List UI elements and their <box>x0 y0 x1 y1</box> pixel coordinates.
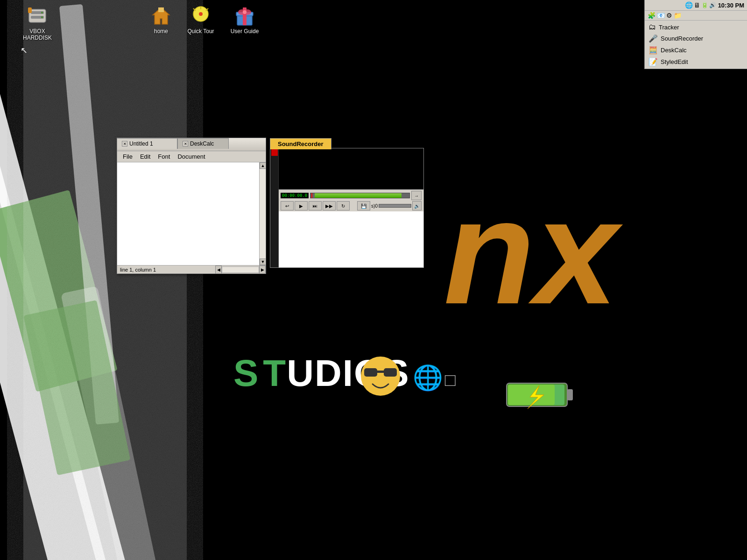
stylededit-label: StyledEdit <box>661 58 688 65</box>
desktop-icon-user-guide[interactable]: User Guide <box>226 5 263 35</box>
svg-rect-22 <box>28 7 32 13</box>
tab-close-btn-untitled1[interactable]: ✕ <box>122 141 127 147</box>
stylededit-scrollbar-v[interactable]: ▲ ▼ <box>259 162 266 265</box>
vbox-harddisk-icon <box>26 5 49 27</box>
desktop-icon-home[interactable]: home <box>142 5 180 35</box>
deskcalc-icon: 🧮 <box>648 46 658 55</box>
stylededit-content-area: ▲ ▼ <box>117 162 266 265</box>
network-tray-icon: 🌐 <box>685 1 693 9</box>
stylededit-statusbar: line 1, column 1 ◀ ▶ <box>117 265 266 273</box>
replicant-icon: 🧩 <box>648 12 655 19</box>
skip-fwd-btn[interactable]: ⏭ <box>309 201 322 210</box>
scroll-track-v <box>260 169 266 259</box>
soundrecorder-main: 00:00:00.0 → ↩ ▶ ⏭ ▶▶ ↻ <box>270 148 423 267</box>
soundrecorder-icon: 🎤 <box>648 34 658 43</box>
deskcalc-label: DeskCalc <box>661 47 687 54</box>
loop-btn[interactable]: ↻ <box>337 201 350 210</box>
studios-s1: S <box>233 352 259 395</box>
svg-point-20 <box>41 12 43 14</box>
svg-rect-15 <box>567 389 573 400</box>
waveform-display <box>279 148 423 189</box>
fwd-btn[interactable]: ▶▶ <box>323 201 336 210</box>
tab-untitled1[interactable]: ✕ Untitled 1 <box>117 138 177 149</box>
taskbar: 🌐 🖥 🔋 🔊 10:30 PM 🧩 📧 ⚙ 📁 🗂 Tracker <box>644 0 747 69</box>
svg-point-26 <box>199 12 203 16</box>
svg-rect-10 <box>384 368 397 377</box>
soundrecorder-left-strip <box>270 148 279 267</box>
stylededit-editor[interactable] <box>117 162 259 265</box>
battery-icon <box>504 376 579 415</box>
box-3d-icon: □ <box>445 370 456 390</box>
studios-d: D <box>315 352 343 395</box>
stylededit-icon: 📝 <box>648 57 658 66</box>
arrow-right-btn[interactable]: → <box>411 191 422 200</box>
save-btn[interactable]: 💾 <box>357 201 370 210</box>
rewind-btn[interactable]: ↩ <box>281 201 294 210</box>
taskbar-deskcalc[interactable]: 🧮 DeskCalc <box>645 44 747 56</box>
svg-point-21 <box>41 16 43 18</box>
time-display: 00:00:00.0 <box>281 193 309 198</box>
soundrecorder-tab-strip: SoundRecorder <box>270 138 331 149</box>
monitor-tray-icon: 🖥 <box>694 1 700 9</box>
cool-face-icon <box>359 355 402 406</box>
studios-i: I <box>343 352 354 395</box>
tab-deskcalc-label: DeskCalc <box>190 140 214 147</box>
play-btn[interactable]: ▶ <box>295 201 308 210</box>
home-icon <box>150 5 172 27</box>
transport-controls: ↩ ▶ ⏭ ▶▶ ↻ 💾 s)0 🔊 <box>281 201 422 210</box>
battery-tray-icon: 🔋 <box>701 2 708 8</box>
studios-t2: T <box>263 352 287 395</box>
scroll-right-btn[interactable]: ▶ <box>259 266 266 274</box>
vbox-harddisk-label: VBOX HARDDISK <box>19 28 56 41</box>
folder-tray-icon: 📁 <box>674 12 682 19</box>
svg-point-36 <box>243 10 247 14</box>
svg-rect-6 <box>23 0 187 560</box>
speaker-tray-icon: 🔊 <box>709 2 716 8</box>
tab-soundrecorder-label: SoundRecorder <box>278 140 324 147</box>
volume-slider[interactable] <box>379 204 411 208</box>
record-indicator <box>271 149 278 156</box>
settings-icon: ⚙ <box>666 12 672 19</box>
menu-font[interactable]: Font <box>154 152 174 161</box>
taskbar-stylededit[interactable]: 📝 StyledEdit <box>645 56 747 68</box>
soundrecorder-content: 00:00:00.0 → ↩ ▶ ⏭ ▶▶ ↻ <box>279 148 423 267</box>
volume-label: s)0 <box>371 203 378 209</box>
stylededit-status: line 1, column 1 <box>117 267 215 273</box>
svg-rect-9 <box>364 368 377 377</box>
desktop: nx S T U D I O S 🌐 □ <box>0 0 747 560</box>
progress-row: 00:00:00.0 → <box>281 191 422 200</box>
window-tabs-strip: ✕ Untitled 1 ✕ DeskCalc <box>117 138 229 149</box>
desktop-icon-vbox[interactable]: VBOX HARDDISK <box>19 5 56 41</box>
quick-tour-icon <box>190 5 212 27</box>
tab-soundrecorder[interactable]: SoundRecorder <box>270 138 331 149</box>
menu-file[interactable]: File <box>119 152 136 161</box>
scroll-left-btn[interactable]: ◀ <box>215 266 222 274</box>
speaker-icon-btn: 🔊 <box>412 201 422 210</box>
svg-rect-11 <box>377 371 384 373</box>
progress-bar[interactable] <box>310 193 410 198</box>
tracker-label: Tracker <box>659 24 679 31</box>
desktop-icon-quick-tour[interactable]: Quick Tour <box>182 5 219 35</box>
user-guide-label: User Guide <box>231 28 259 35</box>
stylededit-window: Untitled 1 File Edit Font Document ▲ ▼ l… <box>117 138 266 274</box>
soundrecorder-empty-area <box>279 211 423 267</box>
soundrecorder-timebar: 00:00:00.0 → ↩ ▶ ⏭ ▶▶ ↻ <box>279 189 423 211</box>
taskbar-soundrecorder[interactable]: 🎤 SoundRecorder <box>645 33 747 44</box>
taskbar-tracker[interactable]: 🗂 Tracker <box>645 21 747 33</box>
taskbar-top: 🌐 🖥 🔋 🔊 10:30 PM <box>645 0 747 11</box>
tracker-icon: 🗂 <box>648 23 656 31</box>
progress-fill <box>315 193 402 198</box>
scroll-up-btn[interactable]: ▲ <box>260 162 266 169</box>
clock: 10:30 PM <box>718 2 744 9</box>
menu-edit[interactable]: Edit <box>136 152 154 161</box>
tab-deskcalc[interactable]: ✕ DeskCalc <box>177 138 229 149</box>
taskbar-apps: 🗂 Tracker 🎤 SoundRecorder 🧮 DeskCalc 📝 S… <box>645 21 747 69</box>
quick-tour-label: Quick Tour <box>187 28 214 35</box>
svg-rect-14 <box>508 385 555 405</box>
tab-close-btn-deskcalc[interactable]: ✕ <box>183 141 188 147</box>
menu-document[interactable]: Document <box>174 152 209 161</box>
soundrecorder-window: 00:00:00.0 → ↩ ▶ ⏭ ▶▶ ↻ <box>270 148 424 268</box>
scroll-down-btn[interactable]: ▼ <box>260 259 266 265</box>
user-guide-icon <box>233 5 256 27</box>
studios-u: U <box>287 352 315 395</box>
